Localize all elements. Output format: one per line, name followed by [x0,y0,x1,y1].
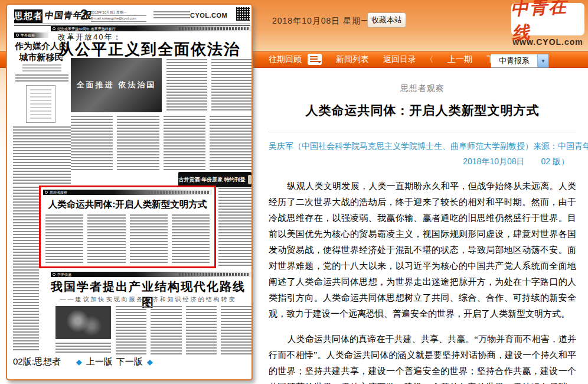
paper-banner-bar: 纪念改革开放40周年·改革开放样板行 [51,26,251,31]
bar-logo-icon [53,27,55,30]
network-diagram-image [55,306,111,339]
article-rubric: 思想者观察 [269,83,576,94]
text-column [166,59,207,111]
divider [269,132,576,132]
site-logo[interactable]: 中青在线 [511,3,584,35]
left-article-rubric-bar: 学界观察 [14,32,48,38]
byline-date-page: 2018年10月08日 02 版） [269,154,576,169]
text-column [13,126,71,184]
qr-code [236,7,250,21]
bottom-credit-text [179,273,250,276]
text-column [87,214,125,263]
paper-cyol-label: CYOL.COM [190,12,227,19]
paper-section-name: 思想者 [14,9,43,23]
text-column [13,187,39,352]
newspaper-page-image[interactable]: 思想者 中国青年报 2 2018年10月8日 星期一 E-mail:sixian… [6,4,253,380]
highlighted-article-region[interactable]: 思想者观察 人类命运共同体:开启人类新型文明方式 [39,186,216,268]
paper-email: E-mail:sixiangzhe@cyol.com [91,16,146,22]
prev-page-arrow-icon[interactable]: ◆ [76,357,82,366]
image-caption-text [55,343,111,354]
text-column [151,306,181,354]
publication-select-value: 中青报系 [491,56,537,66]
select-dropdown-icon[interactable]: ▼ [537,54,548,67]
bar-logo-icon [16,34,19,37]
banner-label: 纪念改革开放40周年·改革开放样板行 [57,27,116,31]
prev-issue-chevron-icon[interactable]: 〈 [426,54,433,65]
bottom-article-rubric-bar: 学界快递 [51,272,251,277]
nav-back-to-contents[interactable]: 返回目录 [383,54,416,65]
text-column [130,214,168,263]
bottom-article-rubric: 学界快递 [57,273,71,276]
text-column [164,116,205,170]
bar-logo-icon [45,191,48,194]
publication-select[interactable]: 中青报系 ▼ [491,54,549,68]
photo-caption: 全面推进 依法治国 [77,80,156,90]
bookmark-site-button[interactable]: 收藏本站 [367,12,406,28]
text-columns [116,306,251,354]
bar-logo-icon [53,273,55,276]
nav-news-list[interactable]: 新闻列表 [336,54,369,65]
bottle-image [248,175,251,184]
text-column [186,306,217,354]
text-column [45,214,83,263]
text-columns [71,116,251,170]
nav-past-issues[interactable]: 往期回顾 [269,54,302,65]
text-column [221,306,251,354]
highlight-credit-text [145,191,210,194]
next-page-link[interactable]: 下一版 [116,356,143,367]
text-column [172,214,210,263]
article-pane: 思想者观察 人类命运共同体：开启人类新型文明方式 吴庆军（中国社会科学院马克思主… [254,68,588,384]
text-columns [166,59,251,111]
issue-list-icon[interactable] [308,54,322,65]
text-column [211,59,252,111]
highlight-headline: 人类命运共同体:开启人类新型文明方式 [44,198,211,211]
paper-footer: 02版:思想者 ◆ 上一版 下一版 ◆ [12,354,247,369]
article-paragraph-1: 纵观人类文明发展，人类一直期盼永久和平，但战争始终从未远离。人类经历了二次世界大… [269,178,576,322]
paper-contact-text [153,11,190,19]
banner-credit-text [179,27,250,30]
text-column [218,188,251,267]
next-page-arrow-icon[interactable]: ◆ [147,357,153,366]
highlight-rubric: 思想者观察 [50,191,67,194]
text-columns [45,214,210,263]
byline-author: 吴庆军（中国社会科学院马克思主义学院博士生、曲阜师范大学副教授） [269,138,533,154]
book-cover-image [26,85,55,123]
book-cover-detail [30,89,51,119]
left-article-rubric: 学界观察 [21,34,35,37]
article-byline: 吴庆军（中国社会科学院马克思主义学院博士生、曲阜师范大学副教授） 来源：中国青年… [269,138,576,169]
text-column [71,116,113,170]
paper-page-number: 2 [80,7,88,23]
paper-date: 2018年10月8日 星期一 [91,10,146,16]
bottom-article-subtitle: ——建议加快实现向服务经济和知识经济的结构转变 [45,295,251,304]
ad-text: 古井贡酒·年份原浆 特约刊登 [178,176,245,184]
site-date: 2018年10月08日 星期一 [272,16,370,27]
main-article-photo: 全面推进 依法治国 [71,58,162,112]
byline-source: 来源：中国青年报 （ [533,138,588,154]
article-paragraph-2: 人类命运共同体的真谛在于共建、共享、共赢。“万物并育而不相害，道并行而不相悖”。… [269,331,576,384]
text-column [117,116,159,170]
highlight-rubric-bar: 思想者观察 [43,190,212,195]
text-column [210,116,251,170]
site-url-link[interactable]: www.CYOL.com [511,37,584,47]
page-label: 02版:思想者 [13,356,61,367]
article-title: 人类命运共同体：开启人类新型文明方式 [269,102,576,119]
prev-page-link[interactable]: 上一版 [86,356,113,367]
paper-date-block: 2018年10月8日 星期一 E-mail:sixiangzhe@cyol.co… [91,10,146,22]
text-column [116,306,146,354]
nav-prev-issue[interactable]: 上一期 [447,54,472,65]
